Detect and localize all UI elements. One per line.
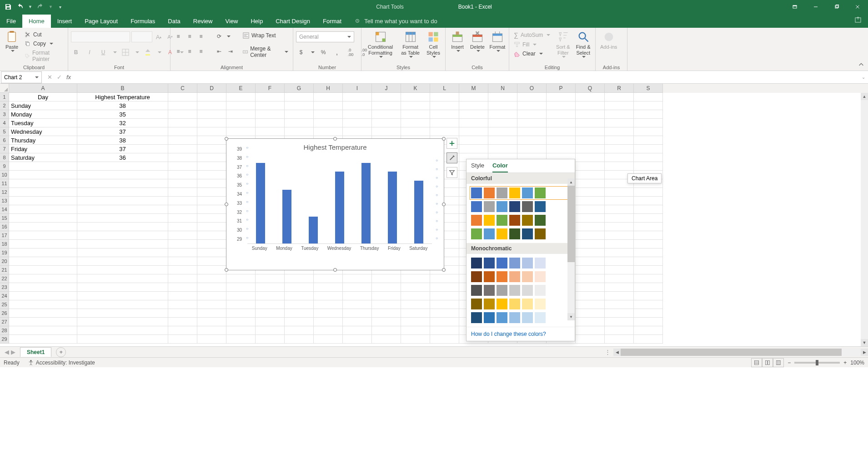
color-swatch[interactable] xyxy=(497,187,507,198)
scroll-right-button[interactable]: ▶ xyxy=(861,349,868,356)
cell[interactable] xyxy=(372,93,401,101)
row-header[interactable]: 6 xyxy=(0,136,9,145)
cell[interactable] xyxy=(226,127,256,136)
ribbon-tab-formulas[interactable]: Formulas xyxy=(124,15,161,28)
color-swatch[interactable] xyxy=(484,187,495,198)
cell[interactable] xyxy=(372,335,401,344)
new-sheet-button[interactable]: + xyxy=(56,347,66,357)
cell[interactable] xyxy=(634,145,663,153)
chart-bar[interactable] xyxy=(256,163,265,243)
color-swatch[interactable] xyxy=(522,187,533,198)
cell[interactable] xyxy=(168,136,197,145)
cell[interactable] xyxy=(488,127,517,136)
cell[interactable] xyxy=(285,300,314,309)
style-tab[interactable]: Style xyxy=(471,162,484,172)
align-bottom-icon[interactable]: ≡ xyxy=(196,31,206,41)
cell[interactable] xyxy=(256,309,285,318)
cell[interactable] xyxy=(197,145,226,153)
chart-title[interactable]: Highest Temperature xyxy=(226,139,444,154)
cell[interactable] xyxy=(168,240,197,248)
scroll-left-button[interactable]: ◀ xyxy=(613,349,621,356)
cell[interactable]: 37 xyxy=(77,127,168,136)
cell[interactable] xyxy=(77,326,168,335)
cell[interactable] xyxy=(343,335,372,344)
cell[interactable]: Sunday xyxy=(9,101,77,110)
cell[interactable] xyxy=(605,214,634,223)
cell[interactable] xyxy=(372,326,401,335)
column-header[interactable]: E xyxy=(226,84,256,93)
cell[interactable]: Highest Temperature xyxy=(77,93,168,101)
cell[interactable]: 35 xyxy=(77,110,168,119)
undo-icon[interactable] xyxy=(16,3,24,10)
cell[interactable] xyxy=(314,318,343,326)
cell[interactable] xyxy=(372,274,401,283)
cell[interactable] xyxy=(314,326,343,335)
cell[interactable] xyxy=(634,240,663,248)
cell[interactable] xyxy=(547,93,576,101)
cell[interactable] xyxy=(285,93,314,101)
addins-button[interactable]: Add-ins xyxy=(598,30,619,51)
align-center-icon[interactable]: ≡ xyxy=(185,46,195,56)
chart-bar[interactable] xyxy=(282,190,291,243)
borders-button[interactable] xyxy=(120,47,130,57)
cell[interactable] xyxy=(605,153,634,162)
cell[interactable] xyxy=(401,335,430,344)
cell[interactable] xyxy=(77,335,168,344)
cell[interactable] xyxy=(9,283,77,292)
row-header[interactable]: 24 xyxy=(0,292,9,300)
increase-indent-icon[interactable]: ⇥ xyxy=(226,46,236,56)
cell[interactable] xyxy=(488,136,517,145)
cell[interactable] xyxy=(77,231,168,240)
cell[interactable] xyxy=(256,326,285,335)
insert-cells-button[interactable]: Insert xyxy=(448,30,467,53)
color-swatch[interactable] xyxy=(509,299,520,309)
cell[interactable] xyxy=(77,205,168,214)
cell[interactable] xyxy=(197,153,226,162)
resize-handle[interactable] xyxy=(442,137,446,141)
cell[interactable] xyxy=(226,335,256,344)
color-swatch[interactable] xyxy=(522,299,533,309)
cell[interactable] xyxy=(168,326,197,335)
color-palette-row[interactable] xyxy=(471,299,570,309)
color-swatch[interactable] xyxy=(535,312,546,323)
qat-customize-icon[interactable]: ▾ xyxy=(59,5,61,10)
cell[interactable] xyxy=(517,119,547,127)
cell[interactable] xyxy=(77,283,168,292)
cell[interactable] xyxy=(226,292,256,300)
color-swatch[interactable] xyxy=(484,312,495,323)
color-swatch[interactable] xyxy=(522,215,533,226)
scroll-down-icon[interactable]: ▼ xyxy=(567,313,575,320)
cell[interactable] xyxy=(576,162,605,171)
cell[interactable] xyxy=(576,231,605,240)
chart-x-axis[interactable]: SundayMondayTuesdayWednesdayThursdayFrid… xyxy=(247,246,432,254)
color-swatch[interactable] xyxy=(497,258,507,268)
cell[interactable] xyxy=(77,171,168,179)
color-swatch[interactable] xyxy=(535,187,546,198)
cell[interactable] xyxy=(605,274,634,283)
cell[interactable] xyxy=(197,231,226,240)
cell[interactable] xyxy=(226,326,256,335)
horizontal-scrollbar[interactable]: ◀ ▶ xyxy=(613,348,868,356)
cell[interactable] xyxy=(168,93,197,101)
cell[interactable] xyxy=(459,119,488,127)
close-button[interactable] xyxy=(847,0,868,14)
cell[interactable] xyxy=(576,145,605,153)
cell[interactable] xyxy=(256,127,285,136)
cell[interactable]: Monday xyxy=(9,110,77,119)
ribbon-tab-format[interactable]: Format xyxy=(316,15,348,28)
column-header[interactable]: G xyxy=(285,84,314,93)
prev-sheet-icon[interactable]: ◀ xyxy=(5,349,9,355)
cell[interactable] xyxy=(197,326,226,335)
cell[interactable] xyxy=(197,127,226,136)
cell[interactable] xyxy=(343,119,372,127)
cell[interactable] xyxy=(256,300,285,309)
cell[interactable] xyxy=(430,274,459,283)
cell[interactable] xyxy=(9,257,77,266)
cell[interactable] xyxy=(197,179,226,188)
cell[interactable] xyxy=(226,101,256,110)
cell[interactable] xyxy=(576,171,605,179)
cell[interactable] xyxy=(430,93,459,101)
cell[interactable] xyxy=(459,145,488,153)
cell[interactable] xyxy=(314,300,343,309)
resize-handle[interactable] xyxy=(442,203,446,206)
